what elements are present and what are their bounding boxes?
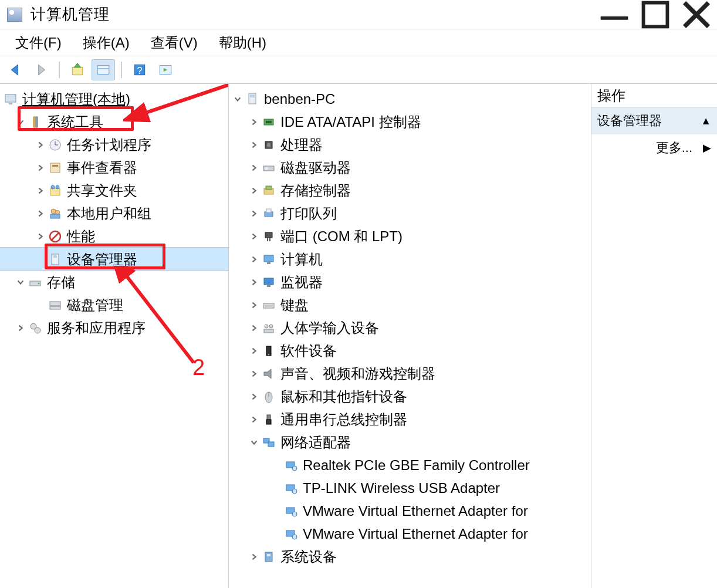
nav-item[interactable]: 事件查看器 [0, 156, 228, 179]
svg-point-65 [269, 325, 273, 328]
nav-item[interactable]: 性能 [0, 225, 228, 248]
device-item-label: 人体学输入设备 [280, 321, 379, 335]
svg-point-27 [56, 210, 60, 214]
tree-root-label: 计算机管理(本地) [22, 92, 130, 106]
expand-icon[interactable] [248, 347, 261, 355]
device-item[interactable]: 打印队列 [229, 202, 591, 225]
device-item[interactable]: 通用串行总线控制器 [229, 408, 591, 431]
nav-item[interactable]: 设备管理器 [0, 248, 228, 271]
computer-icon [2, 92, 19, 107]
device-item[interactable]: 处理器 [229, 133, 591, 156]
expand-icon[interactable] [248, 301, 261, 309]
expand-icon[interactable] [248, 278, 261, 286]
back-button[interactable] [4, 59, 27, 80]
computer-icon [244, 92, 261, 107]
close-button[interactable] [676, 0, 717, 29]
svg-rect-22 [52, 165, 58, 167]
expand-icon[interactable] [248, 370, 261, 378]
expand-icon[interactable] [34, 141, 47, 149]
expand-icon[interactable] [14, 278, 27, 286]
device-item[interactable]: IDE ATA/ATAPI 控制器 [229, 110, 591, 133]
expand-icon[interactable] [248, 255, 261, 263]
device-item[interactable]: 人体学输入设备 [229, 316, 591, 339]
expand-icon[interactable] [248, 324, 261, 332]
expand-icon[interactable] [248, 187, 261, 195]
up-button[interactable] [66, 59, 89, 80]
svg-rect-32 [53, 255, 57, 258]
expand-icon[interactable] [248, 164, 261, 172]
expand-icon[interactable] [248, 209, 261, 218]
nav-item-label: 任务计划程序 [67, 138, 151, 152]
device-item[interactable]: 磁盘驱动器 [229, 156, 591, 179]
tree-root[interactable]: 计算机管理(本地) [0, 87, 228, 110]
svg-point-26 [51, 209, 56, 214]
device-item[interactable]: Realtek PCIe GBE Family Controller [229, 454, 591, 477]
expand-icon[interactable] [248, 232, 261, 241]
properties-button[interactable] [92, 59, 115, 80]
details-button[interactable] [154, 59, 177, 80]
action-more[interactable]: 更多... ▶ [591, 134, 717, 161]
svg-point-64 [265, 325, 268, 328]
menu-help[interactable]: 帮助(H) [208, 31, 277, 55]
device-item[interactable]: 网络适配器 [229, 431, 591, 454]
forward-button[interactable] [29, 59, 53, 80]
expand-icon[interactable] [34, 209, 47, 218]
device-item[interactable]: 监视器 [229, 271, 591, 293]
device-root[interactable]: benben-PC [229, 87, 591, 110]
svg-rect-28 [50, 214, 60, 218]
expand-icon[interactable] [34, 187, 47, 195]
nav-item[interactable]: 本地用户和组 [0, 202, 228, 225]
action-more-label: 更多... [656, 139, 692, 157]
expand-icon[interactable] [34, 164, 47, 172]
keyboard-icon [261, 298, 277, 313]
expand-icon[interactable] [248, 415, 261, 424]
nav-item[interactable]: 服务和应用程序 [0, 316, 228, 339]
device-item[interactable]: 鼠标和其他指针设备 [229, 385, 591, 408]
expand-icon[interactable] [14, 324, 27, 332]
help-button[interactable]: ? [128, 59, 151, 80]
svg-rect-58 [264, 278, 273, 285]
menu-file[interactable]: 文件(F) [5, 31, 72, 55]
device-item[interactable]: VMware Virtual Ethernet Adapter for [229, 522, 591, 545]
actions-pane: 操作 设备管理器 ▲ 更多... ▶ [591, 84, 717, 588]
device-item[interactable]: 软件设备 [229, 339, 591, 362]
menu-view[interactable]: 查看(V) [140, 31, 208, 55]
content-area: 计算机管理(本地) 系统工具任务计划程序事件查看器共享文件夹本地用户和组性能设备… [0, 83, 717, 588]
expand-icon[interactable] [248, 141, 261, 149]
ide-icon [261, 114, 277, 130]
maximize-button[interactable] [635, 0, 676, 29]
nav-item-label: 性能 [67, 229, 95, 244]
minimize-button[interactable] [594, 0, 635, 29]
nav-item[interactable]: 存储 [0, 271, 228, 293]
device-item[interactable]: 端口 (COM 和 LPT) [229, 225, 591, 248]
device-item[interactable]: 计算机 [229, 248, 591, 271]
device-item[interactable]: TP-LINK Wireless USB Adapter [229, 477, 591, 499]
expand-icon[interactable] [248, 438, 261, 447]
annotation-number-2: 2 [192, 355, 205, 380]
expand-icon[interactable] [248, 118, 261, 126]
device-item[interactable]: VMware Virtual Ethernet Adapter for [229, 499, 591, 522]
device-item[interactable]: 系统设备 [229, 545, 591, 568]
expand-icon[interactable] [231, 95, 244, 103]
svg-rect-72 [266, 420, 271, 424]
nav-item[interactable]: 共享文件夹 [0, 179, 228, 202]
menu-action[interactable]: 操作(A) [72, 31, 140, 55]
nav-item[interactable]: 系统工具 [0, 110, 228, 133]
perf-icon [47, 229, 63, 244]
expand-icon[interactable] [248, 393, 261, 401]
event-icon [47, 160, 63, 175]
clock-icon [47, 137, 63, 153]
nav-item[interactable]: 任务计划程序 [0, 133, 228, 156]
expand-icon[interactable] [14, 118, 27, 126]
action-primary[interactable]: 设备管理器 ▲ [591, 107, 717, 134]
device-item[interactable]: 键盘 [229, 293, 591, 316]
svg-rect-59 [267, 285, 270, 287]
nav-item[interactable]: 磁盘管理 [0, 293, 228, 316]
users-icon [47, 206, 63, 221]
device-item-label: 打印队列 [280, 207, 337, 221]
device-item[interactable]: 声音、视频和游戏控制器 [229, 362, 591, 385]
device-item[interactable]: 存储控制器 [229, 179, 591, 202]
svg-rect-84 [267, 554, 270, 556]
expand-icon[interactable] [34, 232, 47, 241]
expand-icon[interactable] [248, 553, 261, 561]
